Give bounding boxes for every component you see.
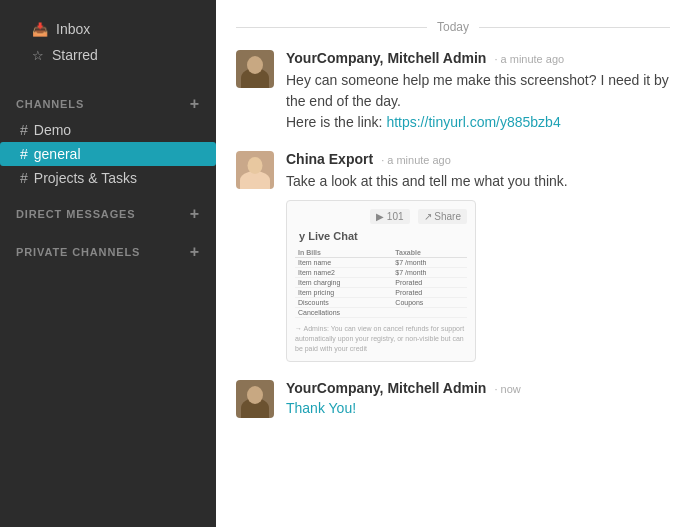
preview-btn2[interactable]: ↗ Share — [418, 209, 467, 224]
message-2-header: China Export · a minute ago — [286, 151, 670, 167]
channel-item-general[interactable]: # general — [0, 142, 216, 166]
avatar-mitchell-1 — [236, 50, 274, 88]
channels-section: CHANNELS + # Demo # general # Projects &… — [0, 96, 216, 190]
sidebar: 📥 Inbox ☆ Starred CHANNELS + # Demo # ge… — [0, 0, 216, 527]
message-2: China Export · a minute ago Take a look … — [236, 151, 670, 362]
channel-item-projects[interactable]: # Projects & Tasks — [16, 166, 200, 190]
divider-line-left — [236, 27, 427, 28]
message-2-time: · a minute ago — [381, 154, 451, 166]
add-channel-button[interactable]: + — [190, 96, 200, 112]
table-row: Cancellations — [295, 308, 467, 318]
channel-general-label: general — [34, 146, 81, 162]
table-row: DiscountsCoupons — [295, 298, 467, 308]
sidebar-item-starred[interactable]: ☆ Starred — [16, 42, 200, 68]
hash-icon-projects: # — [20, 170, 28, 186]
message-1-link[interactable]: https://tinyurl.com/y885bzb4 — [386, 114, 560, 130]
message-1-header: YourCompany, Mitchell Admin · a minute a… — [286, 50, 670, 66]
private-channels-header: PRIVATE CHANNELS + — [16, 244, 200, 260]
table-row: Item name2$7 /month — [295, 268, 467, 278]
message-3-author: YourCompany, Mitchell Admin — [286, 380, 486, 396]
messages-area[interactable]: Today YourCompany, Mitchell Admin · a mi… — [216, 0, 690, 527]
message-3-header: YourCompany, Mitchell Admin · now — [286, 380, 670, 396]
avatar-mitchell-2 — [236, 380, 274, 418]
inbox-icon: 📥 — [32, 22, 48, 37]
preview-footer: → Admins: You can view on cancel refunds… — [295, 324, 467, 353]
divider-line-right — [479, 27, 670, 28]
message-2-author: China Export — [286, 151, 373, 167]
message-1: YourCompany, Mitchell Admin · a minute a… — [236, 50, 670, 133]
sidebar-top: 📥 Inbox ☆ Starred — [0, 0, 216, 80]
channel-demo-label: Demo — [34, 122, 71, 138]
message-3: YourCompany, Mitchell Admin · now Thank … — [236, 380, 670, 418]
preview-col1: In Bills — [295, 248, 392, 258]
private-channels-title: PRIVATE CHANNELS — [16, 246, 140, 258]
channels-section-header: CHANNELS + — [16, 96, 200, 112]
inbox-label: Inbox — [56, 21, 90, 37]
sidebar-item-inbox[interactable]: 📥 Inbox — [16, 16, 200, 42]
table-row: Item name$7 /month — [295, 258, 467, 268]
direct-messages-section: DIRECT MESSAGES + — [0, 206, 216, 228]
table-row: Item chargingProrated — [295, 278, 467, 288]
preview-header: ▶ 101 ↗ Share — [295, 209, 467, 224]
direct-messages-title: DIRECT MESSAGES — [16, 208, 136, 220]
message-1-text: Hey can someone help me make this screen… — [286, 70, 670, 133]
date-divider: Today — [236, 20, 670, 34]
add-direct-message-button[interactable]: + — [190, 206, 200, 222]
preview-title: y Live Chat — [295, 230, 467, 242]
star-icon: ☆ — [32, 48, 44, 63]
main-content: Today YourCompany, Mitchell Admin · a mi… — [216, 0, 690, 527]
message-1-time: · a minute ago — [494, 53, 564, 65]
hash-icon-general: # — [20, 146, 28, 162]
direct-messages-header: DIRECT MESSAGES + — [16, 206, 200, 222]
starred-label: Starred — [52, 47, 98, 63]
image-preview: ▶ 101 ↗ Share y Live Chat In Bills Taxab… — [286, 200, 476, 362]
preview-col2: Taxable — [392, 248, 467, 258]
channel-item-demo[interactable]: # Demo — [16, 118, 200, 142]
message-1-author: YourCompany, Mitchell Admin — [286, 50, 486, 66]
avatar-china — [236, 151, 274, 189]
channels-title: CHANNELS — [16, 98, 84, 110]
message-2-content: China Export · a minute ago Take a look … — [286, 151, 670, 362]
preview-table: In Bills Taxable Item name$7 /month Item… — [295, 248, 467, 318]
date-divider-text: Today — [437, 20, 469, 34]
hash-icon-demo: # — [20, 122, 28, 138]
add-private-channel-button[interactable]: + — [190, 244, 200, 260]
message-1-content: YourCompany, Mitchell Admin · a minute a… — [286, 50, 670, 133]
table-row: Item pricingProrated — [295, 288, 467, 298]
message-3-time: · now — [494, 383, 520, 395]
private-channels-section: PRIVATE CHANNELS + — [0, 244, 216, 266]
message-3-content: YourCompany, Mitchell Admin · now Thank … — [286, 380, 670, 418]
message-2-text: Take a look at this and tell me what you… — [286, 171, 670, 192]
channel-projects-label: Projects & Tasks — [34, 170, 137, 186]
preview-btn1[interactable]: ▶ 101 — [370, 209, 409, 224]
message-3-text: Thank You! — [286, 400, 670, 416]
